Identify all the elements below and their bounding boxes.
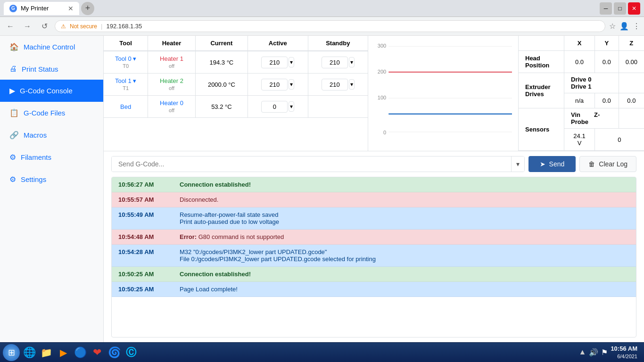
heater-cell-0: Heater 1 off xyxy=(148,51,196,74)
drive-0-val: n/a xyxy=(564,93,595,108)
log-timestamp: 10:55:49 AM xyxy=(118,211,170,218)
heater-1-sub: off xyxy=(169,63,174,69)
log-timestamp: 10:54:48 AM xyxy=(118,233,170,240)
active-cell-1[interactable]: ▾ xyxy=(248,74,308,96)
back-button[interactable]: ← xyxy=(4,20,17,33)
browser-toolbar: ← → ↺ ⚠ Not secure | 192.168.1.35 ☆ 👤 ⋮ xyxy=(0,17,644,36)
tray-expand-icon[interactable]: ▲ xyxy=(579,348,586,356)
sidebar-item-print-status[interactable]: 🖨 Print Status xyxy=(0,58,103,80)
sensor-cols-header: Vin Z-Probe xyxy=(564,108,619,129)
log-timestamp: 10:50:25 AM xyxy=(118,286,170,293)
tool-0-link[interactable]: Tool 0 ▾ xyxy=(115,55,136,62)
sidebar-item-filaments[interactable]: ⚙ Filaments xyxy=(0,146,103,168)
heater-cell-bed: Heater 0 off xyxy=(148,96,196,118)
taskbar-network-icon[interactable]: 🌀 xyxy=(107,345,122,360)
tab-close-button[interactable]: ✕ xyxy=(68,5,74,12)
standby-cell-bed xyxy=(308,96,368,118)
log-message: Resume-after-power-fail state saved Prin… xyxy=(180,211,629,225)
standby-input-1[interactable] xyxy=(322,79,348,90)
bed-link[interactable]: Bed xyxy=(120,103,131,110)
content-area: Tool Heater Current Active Standby xyxy=(104,36,644,342)
col-active: Active xyxy=(248,36,308,51)
profile-button[interactable]: 👤 xyxy=(619,22,629,31)
table-row: Head Position 0.0 0.0 0.00 xyxy=(519,51,644,73)
taskbar-chrome-icon[interactable]: 🔵 xyxy=(73,345,88,360)
console-icon: ▶ xyxy=(9,86,15,95)
standby-dropdown-1[interactable]: ▾ xyxy=(349,79,355,90)
taskbar-c-icon[interactable]: Ⓒ xyxy=(124,345,139,360)
clear-log-button[interactable]: 🗑 Clear Log xyxy=(579,156,636,172)
log-timestamp: 10:55:57 AM xyxy=(118,196,170,203)
standby-dropdown-0[interactable]: ▾ xyxy=(349,57,355,67)
standby-cell-0[interactable]: ▾ xyxy=(308,51,368,74)
svg-text:0: 0 xyxy=(383,130,386,135)
sidebar-label-gcode-console: G-Code Console xyxy=(20,87,73,95)
heater-2-label: Heater 2 xyxy=(160,77,183,84)
start-button[interactable]: ⊞ xyxy=(3,344,20,361)
minimize-button[interactable]: ─ xyxy=(600,2,612,15)
reload-button[interactable]: ↺ xyxy=(38,20,51,33)
tool-1-link[interactable]: Tool 1 ▾ xyxy=(115,77,136,84)
clear-log-label: Clear Log xyxy=(599,160,627,168)
tool-cell-bed: Bed xyxy=(104,96,148,118)
active-cell-bed[interactable]: ▾ xyxy=(248,96,308,118)
table-row: ExtruderDrives Drive 0 Drive 1 xyxy=(519,73,644,93)
send-button[interactable]: ➤ Send xyxy=(528,156,576,172)
close-button[interactable]: ✕ xyxy=(628,2,640,15)
active-dropdown-bed[interactable]: ▾ xyxy=(289,101,294,112)
current-cell-1: 2000.0 °C xyxy=(195,74,248,96)
log-message: Page Load complete! xyxy=(180,286,629,293)
sidebar-item-settings[interactable]: ⚙ Settings xyxy=(0,168,103,190)
svg-text:200: 200 xyxy=(378,69,386,74)
address-bar[interactable]: ⚠ Not secure | 192.168.1.35 xyxy=(55,20,605,32)
settings-icon: ⚙ xyxy=(9,175,16,184)
taskbar-prusa-icon[interactable]: ❤ xyxy=(90,345,105,360)
gcode-input[interactable] xyxy=(112,156,511,172)
log-entry: 10:50:25 AM Page Load complete! xyxy=(112,282,636,297)
vin-val: 24.1 V xyxy=(564,129,595,151)
active-input-bed[interactable] xyxy=(261,101,288,113)
active-dropdown-0[interactable]: ▾ xyxy=(289,57,294,67)
sidebar-item-gcode-console[interactable]: ▶ G-Code Console xyxy=(0,80,103,102)
active-input-1[interactable] xyxy=(261,79,288,90)
active-cell-0[interactable]: ▾ xyxy=(248,51,308,74)
heater-cell-1: Heater 2 off xyxy=(148,74,196,96)
system-clock[interactable]: 10:56 AM 6/4/2021 xyxy=(611,345,637,361)
sidebar-item-gcode-files[interactable]: 📋 G-Code Files xyxy=(0,102,103,124)
svg-text:300: 300 xyxy=(378,43,386,49)
new-tab-button[interactable]: + xyxy=(81,2,94,15)
browser-menu-button[interactable]: ⋮ xyxy=(633,22,640,31)
heater-1-label: Heater 1 xyxy=(160,55,183,62)
active-dropdown-1[interactable]: ▾ xyxy=(289,79,294,90)
log-timestamp: 10:54:28 AM xyxy=(118,248,170,255)
log-entry: 10:50:25 AM Connection established! xyxy=(112,267,636,282)
standby-input-0[interactable] xyxy=(322,57,348,68)
tray-flag-icon[interactable]: ⚑ xyxy=(601,348,608,357)
standby-cell-1[interactable]: ▾ xyxy=(308,74,368,96)
svg-text:100: 100 xyxy=(378,95,386,100)
gcode-history-dropdown[interactable]: ▾ xyxy=(511,156,524,172)
app-area: 🏠 Machine Control 🖨 Print Status ▶ G-Cod… xyxy=(0,36,644,342)
taskbar-folder-icon[interactable]: 📁 xyxy=(39,345,54,360)
taskbar-ie-icon[interactable]: 🌐 xyxy=(22,345,37,360)
log-line-1: M32 "0:/gcodes/PI3MK2_lower part UPDATED… xyxy=(180,248,629,255)
active-input-0[interactable] xyxy=(261,57,288,68)
files-icon: 📋 xyxy=(9,108,19,117)
sidebar-label-macros: Macros xyxy=(24,131,47,139)
maximize-button[interactable]: □ xyxy=(614,2,626,15)
position-table-wrap: X Y Z Head Position 0.0 0.0 0.00 xyxy=(519,36,644,151)
sidebar-item-machine-control[interactable]: 🏠 Machine Control xyxy=(0,36,103,58)
taskbar-media-icon[interactable]: ▶ xyxy=(56,345,71,360)
sidebar-label-print-status: Print Status xyxy=(22,65,58,73)
head-z: 0.00 xyxy=(619,51,644,73)
print-icon: 🖨 xyxy=(9,65,17,73)
forward-button[interactable]: → xyxy=(21,20,34,33)
bookmark-button[interactable]: ☆ xyxy=(609,22,616,31)
gcode-input-row: ▾ ➤ Send 🗑 Clear Log xyxy=(111,156,636,172)
sidebar-label-gcode-files: G-Code Files xyxy=(24,109,65,117)
current-cell-0: 194.3 °C xyxy=(195,51,248,74)
sidebar-item-macros[interactable]: 🔗 Macros xyxy=(0,124,103,146)
col-current: Current xyxy=(195,36,248,51)
tray-volume-icon[interactable]: 🔊 xyxy=(589,348,598,357)
browser-tab[interactable]: G My Printer ✕ xyxy=(4,2,79,15)
